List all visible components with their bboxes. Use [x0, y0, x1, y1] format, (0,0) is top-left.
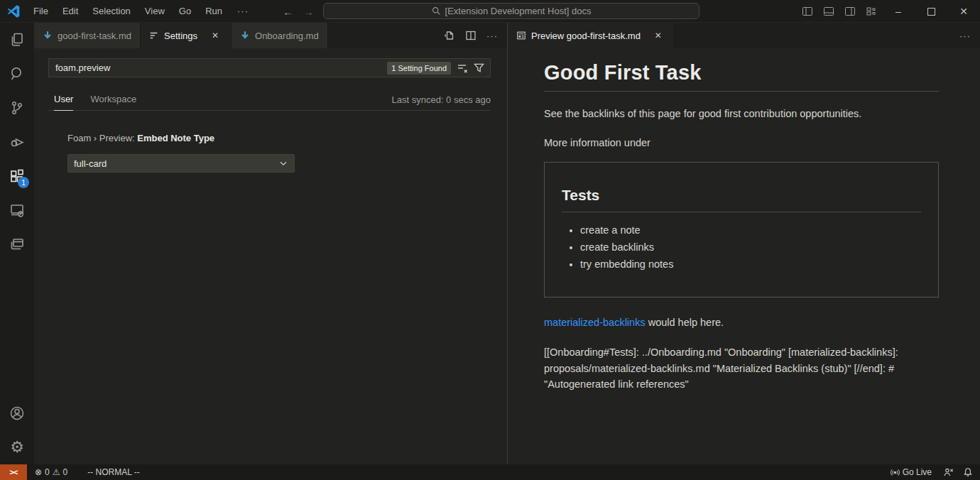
- markdown-preview-icon: [516, 31, 526, 40]
- title-rule: [544, 91, 939, 92]
- tab-label: Preview good-first-task.md: [531, 31, 641, 41]
- filter-settings-icon[interactable]: [474, 62, 484, 73]
- settings-last-synced: Last synced: 0 secs ago: [392, 94, 491, 105]
- preview-title: Good First Task: [544, 61, 939, 84]
- settings-editor: 1 Setting Found User: [34, 48, 507, 464]
- clear-settings-filter-icon[interactable]: [457, 62, 468, 74]
- scope-tab-user[interactable]: User: [54, 89, 73, 111]
- preview-link-paragraph: materialized-backlinks would help here.: [544, 317, 939, 328]
- menu-edit[interactable]: Edit: [56, 3, 85, 19]
- embedded-note-card: Tests create a note create backlinks try…: [544, 162, 939, 298]
- tab-settings[interactable]: Settings ✕: [141, 23, 232, 48]
- menu-go[interactable]: Go: [173, 3, 197, 19]
- command-center-label: [Extension Development Host] docs: [445, 6, 592, 16]
- toggle-panel-icon[interactable]: [818, 0, 839, 23]
- go-live-button[interactable]: Go Live: [886, 464, 937, 480]
- setting-title: Foam › Preview: Embed Note Type: [67, 133, 491, 143]
- editor-layouts-icon[interactable]: [0, 227, 34, 261]
- preview-paragraph-1: See the backlinks of this page for good …: [544, 108, 939, 119]
- tab-preview-good-first-task[interactable]: Preview good-first-task.md ✕: [508, 23, 675, 48]
- settings-scope-tabs: User Workspace Last synced: 0 secs ago: [48, 89, 491, 111]
- tab-close-icon[interactable]: ✕: [208, 28, 222, 43]
- more-actions-icon[interactable]: ···: [956, 26, 974, 45]
- toggle-sidebar-icon[interactable]: [797, 0, 818, 23]
- settings-list-icon: [149, 31, 159, 40]
- link-suffix-text: would help here.: [646, 317, 724, 328]
- warning-count: 0: [63, 467, 68, 477]
- markdown-file-icon: [240, 31, 250, 40]
- menu-overflow-button[interactable]: ···: [230, 3, 256, 19]
- settings-search-input[interactable]: [49, 62, 387, 73]
- toggle-secondary-sidebar-icon[interactable]: [839, 0, 861, 23]
- open-settings-json-icon[interactable]: [440, 26, 459, 45]
- status-bar: >< ⊗ 0 ⚠ 0 -- NORMAL -- Go Live: [0, 464, 980, 480]
- history-forward-button[interactable]: →: [303, 6, 314, 18]
- vim-mode-indicator[interactable]: -- NORMAL --: [82, 464, 145, 480]
- list-item: try embedding notes: [580, 258, 921, 270]
- editor-group-right: Preview good-first-task.md ✕ ··· Good Fi…: [508, 23, 980, 464]
- error-count: 0: [45, 467, 50, 477]
- materialized-backlinks-link[interactable]: materialized-backlinks: [544, 317, 646, 328]
- run-debug-icon[interactable]: [0, 125, 34, 159]
- menu-view[interactable]: View: [138, 3, 171, 19]
- menu-run[interactable]: Run: [199, 3, 229, 19]
- markdown-file-icon: [43, 31, 53, 40]
- title-bar: File Edit Selection View Go Run ··· ← → …: [0, 0, 980, 23]
- embed-note-type-dropdown[interactable]: full-card: [67, 154, 295, 173]
- notifications-bell-icon[interactable]: [960, 464, 980, 480]
- explorer-icon[interactable]: [0, 23, 34, 57]
- tab-close-icon[interactable]: ✕: [651, 28, 665, 43]
- remote-indicator[interactable]: ><: [0, 464, 27, 480]
- markdown-preview: Good First Task See the backlinks of thi…: [508, 48, 980, 464]
- search-icon: [432, 6, 441, 16]
- go-live-label: Go Live: [903, 467, 932, 477]
- setting-embed-note-type: Foam › Preview: Embed Note Type full-car…: [48, 133, 491, 173]
- settings-search-box[interactable]: 1 Setting Found: [48, 58, 491, 77]
- scope-tab-workspace[interactable]: Workspace: [90, 89, 136, 111]
- menu-file[interactable]: File: [27, 3, 55, 19]
- feedback-icon[interactable]: [937, 464, 960, 480]
- customize-layout-icon[interactable]: [861, 0, 882, 23]
- tab-onboarding[interactable]: Onboarding.md: [232, 23, 328, 48]
- tab-label: Settings: [164, 31, 197, 41]
- split-editor-icon[interactable]: [462, 26, 480, 45]
- embedded-note-list: create a note create backlinks try embed…: [580, 224, 921, 270]
- embedded-title-rule: [562, 212, 921, 212]
- search-icon[interactable]: [0, 57, 34, 91]
- settings-gear-icon[interactable]: ⚙: [0, 430, 34, 464]
- embedded-note-title: Tests: [562, 187, 921, 204]
- setting-category: Foam › Preview:: [67, 133, 137, 143]
- menu-selection[interactable]: Selection: [86, 3, 136, 19]
- list-item: create backlinks: [580, 241, 921, 253]
- left-tab-bar: good-first-task.md Settings ✕ Onboarding…: [34, 23, 507, 48]
- preview-paragraph-2: More information under: [544, 137, 939, 148]
- chevron-down-icon: [278, 158, 288, 168]
- warning-icon: ⚠: [53, 467, 60, 477]
- right-tab-bar: Preview good-first-task.md ✕ ···: [508, 23, 980, 48]
- editor-group-left: good-first-task.md Settings ✕ Onboarding…: [34, 23, 508, 464]
- extensions-badge: 1: [18, 177, 29, 188]
- error-icon: ⊗: [35, 467, 42, 477]
- history-back-button[interactable]: ←: [283, 6, 293, 18]
- accounts-icon[interactable]: [0, 396, 34, 430]
- vscode-logo-icon: [6, 4, 21, 19]
- source-control-icon[interactable]: [0, 91, 34, 125]
- link-references-paragraph: [[Onboarding#Tests]: ../Onboarding.md "O…: [544, 344, 917, 393]
- window-maximize-button[interactable]: [915, 0, 947, 23]
- command-center-search[interactable]: [Extension Development Host] docs: [323, 3, 699, 19]
- remote-explorer-icon[interactable]: [0, 193, 34, 227]
- list-item: create a note: [580, 224, 921, 236]
- window-close-button[interactable]: ✕: [947, 0, 980, 23]
- more-actions-icon[interactable]: ···: [483, 26, 501, 45]
- tab-label: good-first-task.md: [58, 31, 131, 41]
- broadcast-icon: [891, 468, 900, 477]
- settings-result-count-badge: 1 Setting Found: [387, 62, 451, 75]
- activity-bar: 1 ⚙: [0, 23, 34, 464]
- problems-status[interactable]: ⊗ 0 ⚠ 0: [30, 464, 72, 480]
- tab-label: Onboarding.md: [255, 31, 319, 41]
- setting-name: Embed Note Type: [137, 133, 214, 143]
- dropdown-value: full-card: [74, 158, 107, 169]
- window-minimize-button[interactable]: –: [882, 0, 915, 23]
- tab-good-first-task[interactable]: good-first-task.md: [34, 23, 141, 48]
- extensions-icon[interactable]: 1: [0, 159, 34, 193]
